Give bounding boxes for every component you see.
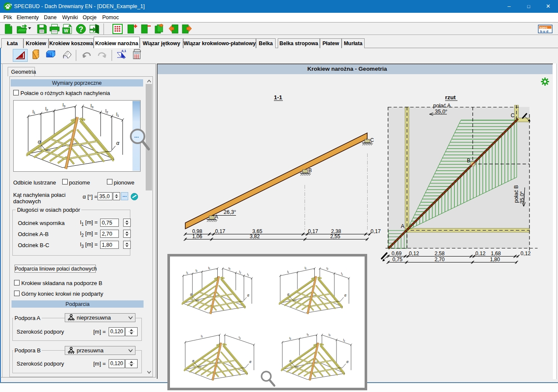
svg-text:2,58: 2,58 — [434, 251, 445, 257]
svg-text:l2: l2 — [239, 336, 241, 339]
svg-text:α: α — [192, 359, 194, 363]
svg-text:l1: l1 — [116, 112, 119, 118]
svg-text:b u d: b u d — [540, 29, 548, 33]
svg-text:l1: l1 — [186, 271, 188, 274]
svg-text:α: α — [116, 140, 120, 146]
svg-text:0,12: 0,12 — [409, 251, 419, 257]
svg-text:C: C — [511, 112, 515, 118]
svg-text:EN: EN — [9, 3, 12, 6]
svg-text:l2: l2 — [305, 266, 307, 270]
svg-text:W: W — [64, 28, 69, 33]
svg-text:l2: l2 — [327, 267, 329, 270]
svg-text:α: α — [190, 293, 192, 297]
svg-text:α: α — [287, 293, 289, 297]
svg-text:0,75: 0,75 — [392, 257, 403, 262]
svg-text:?: ? — [79, 25, 83, 34]
svg-text:1-1: 1-1 — [274, 94, 282, 101]
svg-text:l2: l2 — [343, 338, 345, 342]
svg-text:A: A — [401, 223, 405, 229]
svg-text:połać A: połać A — [433, 103, 451, 109]
svg-text:1,80: 1,80 — [490, 257, 500, 262]
svg-text:l1: l1 — [247, 273, 249, 276]
svg-text:26,3°: 26,3° — [224, 209, 236, 215]
svg-text:B: B — [467, 158, 470, 164]
svg-text:α: α — [247, 294, 249, 297]
svg-text:l2: l2 — [196, 269, 198, 272]
svg-text:0,12: 0,12 — [475, 251, 486, 257]
svg-text:0,17: 0,17 — [308, 228, 318, 234]
svg-text:B: B — [308, 167, 312, 173]
svg-text:połać B: połać B — [513, 185, 519, 203]
svg-text:α: α — [344, 294, 346, 297]
svg-text:3,82: 3,82 — [250, 233, 260, 239]
svg-text:α: α — [249, 360, 251, 364]
svg-text:C: C — [370, 137, 374, 143]
svg-text:l1: l1 — [341, 272, 343, 275]
svg-text:l3: l3 — [228, 267, 230, 270]
svg-text:l1: l1 — [32, 110, 35, 115]
svg-text:α: α — [346, 360, 348, 364]
svg-text:2,70: 2,70 — [434, 257, 445, 262]
svg-text:4,1: 4,1 — [121, 49, 127, 53]
svg-text:A: A — [215, 214, 218, 220]
svg-text:0,17: 0,17 — [371, 228, 381, 234]
svg-text:l2: l2 — [106, 109, 108, 114]
svg-text:α: α — [38, 139, 41, 145]
svg-text:l2: l2 — [201, 334, 203, 338]
svg-text:1,68: 1,68 — [491, 251, 501, 257]
svg-text:35,0°: 35,0° — [435, 109, 447, 115]
svg-text:0,69: 0,69 — [391, 251, 402, 257]
svg-text:2,55: 2,55 — [330, 233, 340, 239]
svg-text:0,12: 0,12 — [521, 251, 531, 257]
svg-text:l3: l3 — [307, 333, 309, 336]
svg-text:l3: l3 — [329, 333, 331, 337]
svg-text:l2: l2 — [46, 107, 48, 112]
svg-text:l2: l2 — [239, 270, 242, 274]
svg-text:l3: l3 — [208, 266, 210, 270]
svg-text:l3: l3 — [91, 104, 93, 109]
svg-text:l3: l3 — [63, 103, 65, 109]
svg-text:rzut: rzut — [445, 94, 456, 101]
svg-text:α: α — [289, 359, 291, 363]
svg-text:l1: l1 — [287, 270, 289, 274]
svg-text:0,17: 0,17 — [215, 228, 225, 234]
svg-text:1,06: 1,06 — [192, 233, 202, 239]
svg-text:l2: l2 — [289, 337, 291, 340]
